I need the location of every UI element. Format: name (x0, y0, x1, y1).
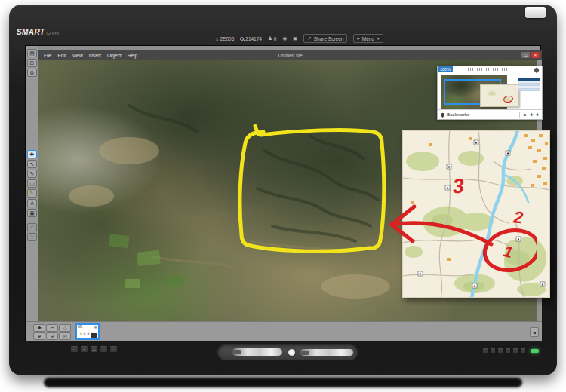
menu-insert[interactable]: Insert (89, 53, 101, 58)
table-row (518, 89, 540, 92)
bottom-toolbar: ✚ ▭ ◇ ⊕ ⊖ ◎ M1 ▦ ◀ (26, 321, 542, 341)
zoom-out-icon: ⊖ (50, 334, 54, 338)
bezel-left-controls: − + ▭ ○ ○ (71, 346, 117, 352)
share-screen-button[interactable]: ↗ Share Screen (303, 34, 347, 43)
settings-button[interactable]: ⚙ (27, 69, 37, 77)
overview-red-ink (503, 95, 514, 104)
select-tool-button[interactable]: ↖ (27, 160, 37, 168)
bookmarks-label[interactable]: Bookmarks (447, 112, 469, 117)
power-led[interactable] (531, 349, 539, 353)
board-shadow (44, 378, 522, 387)
pan-view-button[interactable]: ✚ (33, 324, 45, 332)
gear-icon: ⚙ (29, 70, 34, 75)
overview-window[interactable]: 100% (437, 66, 543, 120)
zoom-level-badge: 100% (438, 66, 453, 72)
smart-board-bezel: SMARTiQ Pro ⌂ 2E006 214174 ♟ 0 ◉ ▣ ↗ Sha… (9, 5, 557, 375)
bezel-button[interactable] (491, 348, 495, 353)
toolbar-tools-group: ✚ ↖ ✎ ◫ ✎ A ▣ ↶ ↷ (26, 150, 38, 243)
camera-icon[interactable]: ▣ (293, 35, 297, 41)
image-tool-button[interactable]: ▣ (27, 209, 37, 217)
chevron-down-icon: ▼ (377, 37, 380, 41)
overview-actions: ⚑ ♣ ♣ (519, 112, 539, 118)
page-label: M1 (78, 325, 82, 329)
menu-view[interactable]: View (72, 53, 83, 58)
cursor-icon: ▸ (357, 35, 359, 41)
window-controls: ▭ × (521, 52, 540, 58)
tree-icon[interactable]: ♣ (530, 112, 533, 118)
volume-down-button[interactable]: − (71, 346, 78, 352)
zoom-reset-button[interactable]: ◎ (59, 332, 71, 340)
grid-button[interactable]: ⊞ (27, 59, 37, 67)
menu-label: Menu (362, 36, 374, 41)
menu-button[interactable]: ▸ Menu ▼ (353, 34, 383, 43)
viewer-count-item: ♟ 0 (268, 35, 276, 41)
collapse-panel-button[interactable]: ◀ (530, 327, 539, 337)
pan-view-icon: ✚ (37, 326, 41, 330)
topo-map-inset[interactable] (402, 130, 550, 298)
image-icon: ▣ (29, 210, 35, 216)
zoom-in-button[interactable]: ⊕ (33, 332, 45, 340)
undo-icon: ↶ (30, 225, 35, 230)
volume-up-button[interactable]: + (81, 346, 88, 352)
pan-tool-icon: ✚ (30, 152, 35, 157)
overview-topo-thumb (480, 84, 519, 107)
map-canvas[interactable]: 100% (38, 60, 537, 321)
bezel-button[interactable] (498, 348, 503, 353)
topo-map-graphic (403, 131, 549, 297)
text-tool-icon: A (30, 201, 34, 206)
overview-thumbnail (438, 73, 542, 111)
bezel-button[interactable] (521, 348, 525, 353)
undo-button[interactable]: ↶ (27, 223, 37, 231)
eraser-tool-button[interactable]: ◫ (27, 179, 37, 188)
screenshot-stage: SMARTiQ Pro ⌂ 2E006 214174 ♟ 0 ◉ ▣ ↗ Sha… (0, 0, 566, 392)
eraser-icon: ◫ (29, 181, 35, 186)
thumbnail-dark-block (91, 333, 97, 338)
home-button[interactable]: ○ (110, 346, 117, 352)
page-thumbnail[interactable]: M1 ▦ (75, 323, 100, 340)
highlighter-tool-button[interactable]: ✎ (27, 189, 37, 198)
building-icon: ⌂ (216, 36, 219, 41)
bezel-button[interactable] (513, 348, 518, 353)
pin-icon[interactable] (534, 67, 540, 73)
menu-object[interactable]: Object (107, 53, 122, 58)
grid-icon: ⊞ (30, 60, 35, 66)
person-icon: ♟ (268, 35, 272, 41)
flag-icon[interactable]: ⚑ (523, 112, 527, 118)
stylus-pen-2[interactable] (300, 349, 353, 356)
stylus-pen-1[interactable] (232, 348, 282, 356)
tree-icon[interactable]: ♣ (536, 112, 539, 118)
pen-tool-button[interactable]: ✎ (27, 170, 37, 178)
menu-bar: File Edit View Insert Object Help (38, 53, 137, 58)
redo-button[interactable]: ↷ (27, 233, 37, 241)
select-arrow-icon: ↖ (30, 161, 35, 167)
bezel-sticker (525, 7, 546, 18)
grid-small-icon: ▦ (94, 325, 97, 329)
page-width-button[interactable]: ▭ (46, 324, 58, 332)
bezel-button[interactable] (506, 348, 510, 353)
room-id: 2E006 (220, 36, 234, 41)
pen-icon: ✎ (30, 171, 35, 176)
freeze-button[interactable]: ▭ (91, 346, 97, 352)
pen-tray (217, 344, 358, 360)
menu-file[interactable]: File (44, 53, 51, 58)
tray-color-button[interactable] (288, 349, 295, 356)
input-button[interactable]: ○ (100, 346, 107, 352)
magnifier-icon (240, 37, 244, 41)
pan-tool-button[interactable]: ✚ (27, 150, 37, 158)
text-tool-button[interactable]: A (27, 199, 37, 207)
close-button[interactable]: × (531, 52, 540, 58)
menu-help[interactable]: Help (128, 53, 137, 58)
bezel-right-controls (483, 348, 539, 353)
clipboard-button[interactable]: ▤ (27, 49, 37, 57)
eye-icon[interactable]: ◉ (282, 35, 287, 41)
room-id-item: ⌂ 2E006 (216, 36, 235, 41)
bezel-button[interactable] (483, 348, 488, 353)
session-id: 214174 (245, 36, 262, 41)
page-width-icon: ▭ (50, 326, 54, 330)
menu-edit[interactable]: Edit (57, 53, 66, 58)
zoom-out-button[interactable]: ⊖ (46, 332, 58, 340)
minimize-button[interactable]: ▭ (521, 52, 530, 58)
display-screen: ▤ ⊞ ⚙ ✚ ↖ ✎ ◫ ✎ A ▣ ↶ ↷ File (25, 45, 541, 341)
fit-page-button[interactable]: ◇ (59, 324, 71, 332)
share-icon: ↗ (307, 35, 311, 41)
